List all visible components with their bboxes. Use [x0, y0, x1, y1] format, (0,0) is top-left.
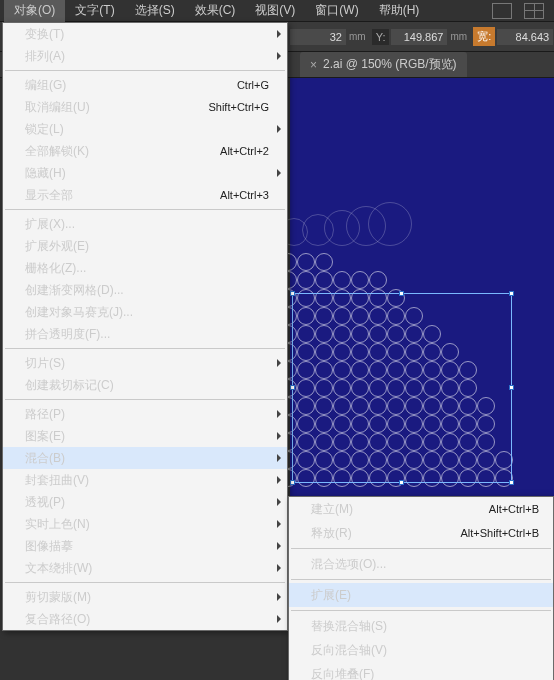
- menu-item[interactable]: 混合选项(O)...: [289, 552, 553, 576]
- shortcut: Shift+Ctrl+G: [208, 101, 269, 113]
- menu-item[interactable]: 释放(R)Alt+Shift+Ctrl+B: [289, 521, 553, 545]
- menu-item-label: 变换(T): [25, 26, 269, 43]
- menu-item-label: 隐藏(H): [25, 165, 269, 182]
- w-value[interactable]: 84.643: [497, 29, 553, 45]
- menu-item[interactable]: 透视(P): [3, 491, 287, 513]
- menu-item-label: 混合(B): [25, 450, 269, 467]
- menu-item-label: 文本绕排(W): [25, 560, 269, 577]
- menu-type[interactable]: 文字(T): [65, 0, 124, 22]
- menu-item[interactable]: 切片(S): [3, 352, 287, 374]
- chevron-right-icon: [277, 125, 281, 133]
- menu-help[interactable]: 帮助(H): [369, 0, 430, 22]
- menu-item[interactable]: 路径(P): [3, 403, 287, 425]
- object-menu: 变换(T)排列(A)编组(G)Ctrl+G取消编组(U)Shift+Ctrl+G…: [2, 22, 288, 631]
- menu-item[interactable]: 创建裁切标记(C): [3, 374, 287, 396]
- menu-item-label: 图案(E): [25, 428, 269, 445]
- menu-item[interactable]: 封套扭曲(V): [3, 469, 287, 491]
- doc-icon[interactable]: [492, 3, 512, 19]
- menu-view[interactable]: 视图(V): [245, 0, 305, 22]
- menu-item-label: 创建裁切标记(C): [25, 377, 269, 394]
- chevron-right-icon: [277, 476, 281, 484]
- menu-item[interactable]: 排列(A): [3, 45, 287, 67]
- menu-effect[interactable]: 效果(C): [185, 0, 246, 22]
- chevron-right-icon: [277, 410, 281, 418]
- chevron-right-icon: [277, 564, 281, 572]
- x-value[interactable]: 32: [290, 29, 346, 45]
- chevron-right-icon: [277, 520, 281, 528]
- menu-item-label: 切片(S): [25, 355, 269, 372]
- menu-item[interactable]: 拼合透明度(F)...: [3, 323, 287, 345]
- chevron-right-icon: [277, 432, 281, 440]
- chevron-right-icon: [277, 615, 281, 623]
- menu-item-label: 复合路径(O): [25, 611, 269, 628]
- menu-item: 创建渐变网格(D)...: [3, 279, 287, 301]
- menu-item-label: 反向堆叠(F): [311, 666, 539, 681]
- menu-item[interactable]: 取消编组(U)Shift+Ctrl+G: [3, 96, 287, 118]
- menu-item[interactable]: 变换(T): [3, 23, 287, 45]
- menu-item[interactable]: 反向混合轴(V): [289, 638, 553, 662]
- menu-item[interactable]: 锁定(L): [3, 118, 287, 140]
- chevron-right-icon: [277, 52, 281, 60]
- menu-item[interactable]: 实时上色(N): [3, 513, 287, 535]
- menubar: 对象(O) 文字(T) 选择(S) 效果(C) 视图(V) 窗口(W) 帮助(H…: [0, 0, 554, 22]
- shortcut: Alt+Ctrl+2: [220, 145, 269, 157]
- chevron-right-icon: [277, 169, 281, 177]
- selection-box[interactable]: [292, 293, 512, 483]
- menu-item-label: 栅格化(Z)...: [25, 260, 269, 277]
- menu-item[interactable]: 图像描摹: [3, 535, 287, 557]
- menu-item-label: 扩展(X)...: [25, 216, 269, 233]
- y-value[interactable]: 149.867: [391, 29, 447, 45]
- menu-item: 替换混合轴(S): [289, 614, 553, 638]
- menu-item-label: 取消编组(U): [25, 99, 208, 116]
- menu-item[interactable]: 剪切蒙版(M): [3, 586, 287, 608]
- layout-icon[interactable]: [524, 3, 544, 19]
- menu-item: 显示全部Alt+Ctrl+3: [3, 184, 287, 206]
- menu-item-label: 释放(R): [311, 525, 460, 542]
- menu-item-label: 扩展(E): [311, 587, 539, 604]
- menu-select[interactable]: 选择(S): [125, 0, 185, 22]
- chevron-right-icon: [277, 30, 281, 38]
- unit: mm: [349, 31, 366, 42]
- menu-item[interactable]: 隐藏(H): [3, 162, 287, 184]
- chevron-right-icon: [277, 593, 281, 601]
- menu-item[interactable]: 扩展(X)...: [3, 213, 287, 235]
- unit: mm: [450, 31, 467, 42]
- shortcut: Alt+Shift+Ctrl+B: [460, 527, 539, 539]
- chevron-right-icon: [277, 454, 281, 462]
- chevron-right-icon: [277, 498, 281, 506]
- menu-object[interactable]: 对象(O): [4, 0, 65, 22]
- menu-item[interactable]: 混合(B): [3, 447, 287, 469]
- menu-item-label: 扩展外观(E): [25, 238, 269, 255]
- menu-item: 扩展外观(E): [3, 235, 287, 257]
- menu-item-label: 透视(P): [25, 494, 269, 511]
- menu-item-label: 编组(G): [25, 77, 237, 94]
- menu-item[interactable]: 反向堆叠(F): [289, 662, 553, 680]
- y-label: Y:: [372, 29, 390, 45]
- menu-item[interactable]: 建立(M)Alt+Ctrl+B: [289, 497, 553, 521]
- blend-submenu: 建立(M)Alt+Ctrl+B释放(R)Alt+Shift+Ctrl+B混合选项…: [288, 496, 554, 680]
- menu-item-label: 锁定(L): [25, 121, 269, 138]
- menu-item[interactable]: 栅格化(Z)...: [3, 257, 287, 279]
- menu-item[interactable]: 编组(G)Ctrl+G: [3, 74, 287, 96]
- menu-item: 创建对象马赛克(J)...: [3, 301, 287, 323]
- menu-item-label: 剪切蒙版(M): [25, 589, 269, 606]
- menu-item-label: 显示全部: [25, 187, 220, 204]
- menu-item[interactable]: 全部解锁(K)Alt+Ctrl+2: [3, 140, 287, 162]
- menu-item[interactable]: 文本绕排(W): [3, 557, 287, 579]
- menu-window[interactable]: 窗口(W): [305, 0, 368, 22]
- shortcut: Ctrl+G: [237, 79, 269, 91]
- menu-item-label: 封套扭曲(V): [25, 472, 269, 489]
- close-icon[interactable]: ×: [310, 58, 317, 72]
- menu-item-label: 路径(P): [25, 406, 269, 423]
- document-tab[interactable]: × 2.ai @ 150% (RGB/预览): [300, 52, 467, 77]
- shortcut: Alt+Ctrl+B: [489, 503, 539, 515]
- menu-item-label: 反向混合轴(V): [311, 642, 539, 659]
- menu-item-label: 建立(M): [311, 501, 489, 518]
- menu-item[interactable]: 复合路径(O): [3, 608, 287, 630]
- menu-item-label: 图像描摹: [25, 538, 269, 555]
- menu-item[interactable]: 扩展(E): [289, 583, 553, 607]
- menu-item[interactable]: 图案(E): [3, 425, 287, 447]
- shortcut: Alt+Ctrl+3: [220, 189, 269, 201]
- menu-item-label: 全部解锁(K): [25, 143, 220, 160]
- menu-item-label: 替换混合轴(S): [311, 618, 539, 635]
